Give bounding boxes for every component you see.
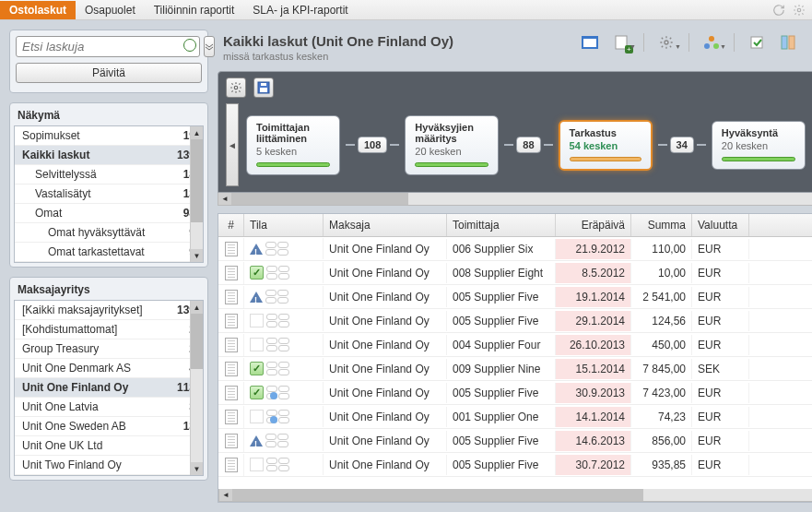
view-item[interactable]: Omat98 [15, 204, 203, 223]
check-icon: ✓ [250, 362, 264, 375]
payer-item[interactable]: Unit One Sweden AB13 [15, 417, 203, 436]
svg-rect-2 [583, 39, 596, 47]
payers-title: Maksajayritys [10, 278, 207, 300]
empty-status-icon [250, 338, 264, 351]
table-row[interactable]: Unit One Finland Oy005 Supplier Five14.6… [218, 429, 812, 453]
search-icon[interactable] [183, 39, 196, 52]
svg-point-7 [713, 43, 719, 49]
view-item[interactable]: Vastalisätyt13 [15, 185, 203, 204]
table-row[interactable]: Unit One Finland Oy006 Supplier Six21.9.… [218, 237, 812, 261]
search-input[interactable] [16, 36, 200, 57]
search-panel: Päivitä [9, 30, 208, 93]
payer-item[interactable]: Unit Two Finland Oy1 [15, 456, 203, 475]
flow-scroll-left[interactable]: ◄ [226, 103, 239, 186]
blue-dot-icon [270, 416, 277, 423]
menu-ostolaskut[interactable]: Ostolaskut [0, 1, 76, 19]
gear-dropdown-icon[interactable]: ▼ [657, 34, 676, 51]
invoice-grid: # Tila Maksaja Toimittaja Eräpäivä Summa… [218, 213, 812, 503]
page-subtitle: missä tarkastus kesken [223, 51, 453, 62]
svg-point-16 [234, 86, 238, 89]
status-pills [265, 290, 288, 304]
status-pills [266, 362, 289, 375]
warning-icon [250, 435, 263, 447]
document-icon [225, 242, 238, 256]
svg-rect-19 [261, 83, 266, 86]
col-maksaja[interactable]: Maksaja [324, 214, 447, 236]
payer-item[interactable]: Group Treasury2 [15, 339, 203, 359]
payer-item[interactable]: [Kaikki maksajayritykset]139 [15, 301, 203, 320]
empty-status-icon [250, 458, 264, 471]
document-icon [225, 410, 238, 424]
gear-icon[interactable] [792, 3, 806, 18]
view-item[interactable]: Kaikki laskut139 [15, 146, 203, 165]
status-pills [266, 338, 289, 351]
payer-item[interactable]: Unit One Latvia3 [15, 398, 203, 417]
empty-status-icon [250, 314, 264, 327]
status-pills [266, 266, 289, 280]
svg-rect-9 [782, 36, 787, 49]
payers-scrollbar[interactable]: ▲▼ [190, 301, 203, 475]
views-title: Näkymä [10, 103, 207, 125]
workflow-gear-icon[interactable] [226, 77, 246, 98]
col-valuutta[interactable]: Valuutta [692, 214, 749, 236]
menu-raportit[interactable]: Tiliöinnin raportit [145, 1, 244, 19]
view-item[interactable]: Omat tarkastettavat9 [15, 243, 203, 262]
table-row[interactable]: Unit One Finland Oy005 Supplier Five30.7… [218, 453, 812, 477]
workflow-stage[interactable]: Hyväksyntä20 kesken [712, 121, 806, 170]
table-row[interactable]: Unit One Finland Oy005 Supplier Five29.1… [218, 309, 812, 333]
view-item[interactable]: Sopimukset19 [15, 126, 203, 146]
col-num[interactable]: # [218, 214, 244, 236]
update-button[interactable]: Päivitä [16, 63, 202, 83]
svg-point-4 [665, 41, 668, 44]
payers-list: [Kaikki maksajayritykset]139[Kohdistumat… [14, 300, 204, 476]
svg-point-0 [797, 8, 801, 12]
menu-osapuolet[interactable]: Osapuolet [76, 1, 145, 19]
document-icon [225, 434, 238, 448]
warning-icon [250, 244, 263, 255]
view-item[interactable]: Omat hyväksyttävät9 [15, 223, 203, 243]
view-window-icon[interactable] [581, 34, 599, 51]
table-row[interactable]: Unit One Finland Oy004 Supplier Four26.1… [218, 333, 812, 357]
status-pills [265, 242, 288, 256]
svg-point-5 [709, 36, 714, 42]
menu-sla[interactable]: SLA- ja KPI-raportit [243, 1, 357, 19]
grid-hscrollbar[interactable]: ◄► [218, 489, 812, 502]
status-pills [266, 458, 289, 471]
search-expand-button[interactable] [204, 36, 215, 57]
columns-icon[interactable] [779, 34, 797, 51]
workflow-stage[interactable]: Hyväksyjienmääritys20 kesken [405, 115, 499, 175]
views-scrollbar[interactable]: ▲▼ [190, 126, 203, 262]
col-tila[interactable]: Tila [244, 214, 324, 236]
col-erapaiva[interactable]: Eräpäivä [556, 214, 631, 236]
document-icon [225, 362, 238, 376]
col-summa[interactable]: Summa [631, 214, 692, 236]
export-icon[interactable] [747, 34, 766, 51]
workflow-stage[interactable]: Toimittajanliittäminen5 kesken [246, 115, 340, 175]
payer-item[interactable]: Unit One UK Ltd1 [15, 436, 203, 456]
payer-item[interactable]: Unit One Denmark AS4 [15, 359, 203, 378]
svg-rect-18 [260, 88, 267, 92]
top-menu: Ostolaskut Osapuolet Tiliöinnin raportit… [0, 0, 812, 20]
workflow-save-icon[interactable] [253, 77, 274, 98]
new-document-icon[interactable]: +▼ [612, 34, 630, 51]
workflow-stage[interactable]: Tarkastus54 kesken [559, 120, 653, 171]
check-icon: ✓ [250, 266, 264, 280]
content-header: Kaikki laskut (Unit One Finland Oy) miss… [218, 30, 812, 71]
payer-item[interactable]: [Kohdistumattomat]2 [15, 320, 203, 339]
views-list: Sopimukset19Kaikki laskut139Selvittelyss… [14, 125, 204, 263]
table-row[interactable]: Unit One Finland Oy005 Supplier Five19.1… [218, 285, 812, 309]
table-row[interactable]: Unit One Finland Oy001 Supplier One14.1.… [218, 405, 812, 429]
payer-item[interactable]: Unit One Finland Oy113 [15, 378, 203, 398]
blue-dot-icon [270, 392, 277, 399]
flow-hscrollbar[interactable]: ◄► [218, 193, 812, 206]
page-title: Kaikki laskut (Unit One Finland Oy) [223, 33, 453, 49]
grid-body: Unit One Finland Oy006 Supplier Six21.9.… [218, 237, 812, 489]
col-toimittaja[interactable]: Toimittaja [447, 214, 556, 236]
table-row[interactable]: ✓Unit One Finland Oy008 Supplier Eight8.… [218, 261, 812, 285]
status-pills [265, 434, 288, 447]
table-row[interactable]: ✓Unit One Finland Oy005 Supplier Five30.… [218, 381, 812, 405]
refresh-icon[interactable] [771, 3, 786, 18]
table-row[interactable]: ✓Unit One Finland Oy009 Supplier Nine15.… [218, 357, 812, 381]
nodes-dropdown-icon[interactable]: ▼ [702, 34, 721, 51]
view-item[interactable]: Selvittelyssä18 [15, 165, 203, 185]
